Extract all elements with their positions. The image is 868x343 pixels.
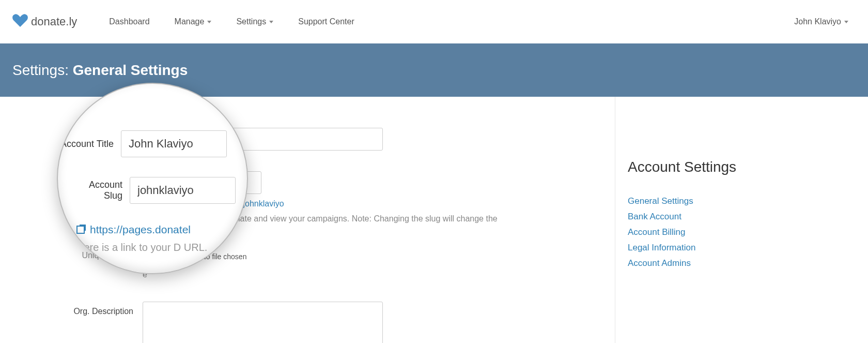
primary-nav: Dashboard Manage Settings Support Center [102, 12, 361, 32]
page-title-prefix: Settings: [12, 62, 69, 78]
magnifier-overlay: Account Title Account Slug https://pages… [57, 83, 248, 274]
label-org-description: Org. Description [12, 302, 143, 343]
settings-sidebar: Account Settings General Settings Bank A… [615, 97, 868, 343]
chevron-down-icon [207, 21, 211, 23]
nav-manage-label: Manage [175, 17, 205, 26]
sidebar-item-account-billing[interactable]: Account Billing [628, 227, 856, 237]
sidebar-item-general-settings[interactable]: General Settings [628, 196, 856, 206]
logo[interactable]: donate.ly [12, 14, 77, 29]
heart-icon [12, 14, 28, 29]
mag-row-account-slug: Account Slug [69, 177, 236, 204]
mag-help-text: Here is a link to your D URL. [69, 240, 236, 255]
user-menu[interactable]: John Klaviyo [787, 12, 856, 32]
sidebar-item-bank-account[interactable]: Bank Account [628, 212, 856, 222]
mag-label-account-slug: Account Slug [69, 180, 130, 201]
sidebar-item-account-admins[interactable]: Account Admins [628, 258, 856, 269]
nav-support-center-label: Support Center [298, 17, 354, 26]
nav-user: John Klaviyo [787, 12, 856, 32]
external-link-icon [76, 226, 85, 234]
nav-manage[interactable]: Manage [167, 12, 219, 32]
mag-row-account-title: Account Title [69, 130, 236, 157]
row-org-description: Org. Description [12, 302, 602, 343]
mag-slug-link[interactable]: https://pages.donatel [90, 223, 191, 236]
logo-text: donate.ly [31, 15, 77, 28]
chevron-down-icon [844, 21, 848, 23]
nav-support-center[interactable]: Support Center [291, 12, 362, 32]
page-title-main: General Settings [73, 62, 188, 78]
page-title: Settings: General Settings [12, 62, 188, 79]
nav-dashboard-label: Dashboard [109, 17, 149, 26]
nav-settings-label: Settings [236, 17, 266, 26]
nav-dashboard[interactable]: Dashboard [102, 12, 157, 32]
top-nav: donate.ly Dashboard Manage Settings Supp… [0, 0, 868, 43]
org-description-input[interactable] [143, 302, 383, 343]
image-note: e [143, 269, 556, 281]
mag-label-account-title: Account Title [59, 139, 121, 150]
chevron-down-icon [269, 21, 273, 23]
user-name-label: John Klaviyo [794, 17, 841, 26]
mag-account-slug-input[interactable] [130, 177, 236, 204]
sidebar-item-legal-information[interactable]: Legal Information [628, 243, 856, 253]
mag-account-title-input[interactable] [121, 130, 227, 157]
sidebar-title: Account Settings [628, 159, 856, 175]
nav-settings[interactable]: Settings [229, 12, 281, 32]
